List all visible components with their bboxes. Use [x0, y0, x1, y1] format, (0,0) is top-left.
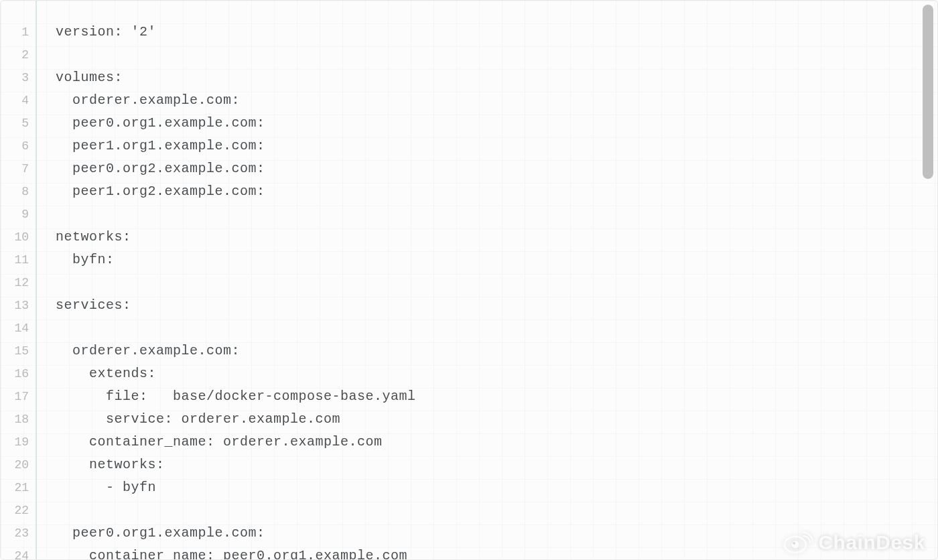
code-line: service: orderer.example.com — [56, 408, 937, 431]
line-number: 22 — [1, 499, 29, 522]
code-line: extends: — [56, 362, 937, 385]
line-number: 8 — [1, 180, 29, 203]
code-line: networks: — [56, 453, 937, 476]
line-number: 9 — [1, 203, 29, 226]
line-number: 5 — [1, 112, 29, 135]
line-number: 18 — [1, 408, 29, 431]
line-number: 20 — [1, 453, 29, 476]
line-number: 10 — [1, 226, 29, 249]
code-line: version: '2' — [56, 21, 937, 44]
line-number: 2 — [1, 44, 29, 66]
line-number: 21 — [1, 476, 29, 499]
code-editor: 1 2 3 4 5 6 7 8 9 10 11 12 13 14 15 16 1… — [0, 0, 938, 560]
code-line: orderer.example.com: — [56, 89, 937, 112]
vertical-scrollbar[interactable] — [923, 5, 933, 555]
code-line: peer1.org2.example.com: — [56, 180, 937, 203]
code-line: peer0.org1.example.com: — [56, 522, 937, 545]
code-line — [56, 44, 937, 66]
line-number: 3 — [1, 66, 29, 89]
code-line — [56, 317, 937, 340]
code-line: networks: — [56, 226, 937, 249]
code-line — [56, 271, 937, 294]
code-line: byfn: — [56, 249, 937, 271]
line-number: 7 — [1, 157, 29, 180]
line-number: 17 — [1, 385, 29, 408]
code-line: peer1.org1.example.com: — [56, 135, 937, 157]
code-line: peer0.org2.example.com: — [56, 157, 937, 180]
line-number: 6 — [1, 135, 29, 157]
line-number: 15 — [1, 340, 29, 362]
code-line: container_name: orderer.example.com — [56, 431, 937, 453]
code-line: orderer.example.com: — [56, 340, 937, 362]
line-number: 11 — [1, 249, 29, 271]
code-line: services: — [56, 294, 937, 317]
code-line — [56, 203, 937, 226]
code-line: - byfn — [56, 476, 937, 499]
code-content[interactable]: version: '2' volumes: orderer.example.co… — [37, 1, 937, 559]
line-number: 23 — [1, 522, 29, 545]
code-line: file: base/docker-compose-base.yaml — [56, 385, 937, 408]
line-number: 19 — [1, 431, 29, 453]
line-number: 16 — [1, 362, 29, 385]
line-number-gutter: 1 2 3 4 5 6 7 8 9 10 11 12 13 14 15 16 1… — [1, 1, 37, 559]
code-line: peer0.org1.example.com: — [56, 112, 937, 135]
line-number: 1 — [1, 21, 29, 44]
code-line: volumes: — [56, 66, 937, 89]
line-number: 12 — [1, 271, 29, 294]
code-line: container_name: peer0.org1.example.com — [56, 545, 937, 559]
line-number: 24 — [1, 545, 29, 559]
editor-scroll-area[interactable]: 1 2 3 4 5 6 7 8 9 10 11 12 13 14 15 16 1… — [1, 1, 937, 559]
line-number: 13 — [1, 294, 29, 317]
line-number: 4 — [1, 89, 29, 112]
line-number: 14 — [1, 317, 29, 340]
scrollbar-thumb[interactable] — [923, 5, 933, 179]
code-line — [56, 499, 937, 522]
